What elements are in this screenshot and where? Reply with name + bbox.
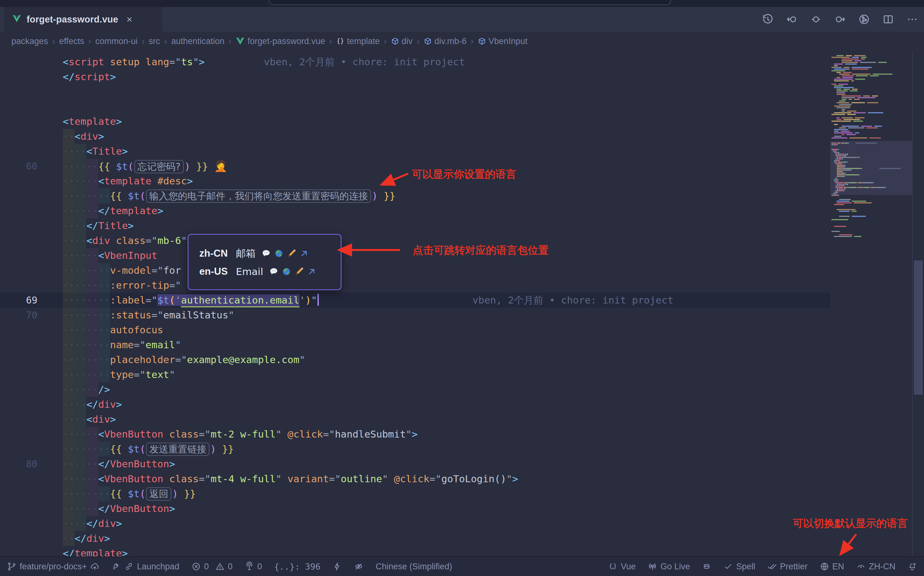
code-line[interactable]: ······<VbenButton class="mt-4 w-full" va… — [0, 472, 830, 486]
code-token: < — [98, 175, 104, 187]
jump-icon[interactable] — [299, 249, 309, 258]
code-token: = — [134, 339, 140, 350]
breadcrumb-item-common-ui[interactable]: common-ui — [95, 37, 138, 46]
code-token: " — [205, 473, 211, 485]
chevron-right-icon: › — [384, 37, 387, 46]
speech-balloon-icon[interactable] — [269, 267, 279, 276]
code-line[interactable]: ········placeholder="example@example.com… — [0, 352, 830, 367]
breadcrumb-item-packages[interactable]: packages — [11, 37, 48, 46]
prettier-status[interactable]: Prettier — [767, 562, 807, 571]
code-line[interactable]: ······<VbenButton class="mt-2 w-full" @c… — [0, 427, 830, 442]
breadcrumb-item-authentication[interactable]: authentication — [171, 37, 224, 46]
code-line[interactable]: ········{{ $t(输入您的电子邮件，我们将向您发送重置密码的连接) }… — [0, 189, 830, 203]
code-token: }} — [184, 488, 196, 499]
globe-emoji-icon[interactable] — [282, 267, 291, 276]
pencil-icon[interactable] — [295, 267, 304, 276]
code-token: " — [382, 473, 388, 485]
code-line[interactable]: 80······</VbenButton> — [0, 456, 830, 472]
ports-status[interactable]: 0 — [245, 562, 262, 571]
language-mode[interactable]: Chinese (Simplified) — [375, 562, 452, 571]
code-token: = — [169, 280, 175, 291]
nav-back-icon[interactable] — [786, 13, 798, 26]
visibility-toggle[interactable] — [354, 562, 364, 571]
breadcrumb-item-div-mb-6[interactable]: div.mb-6 — [424, 37, 467, 46]
git-graph-icon[interactable] — [858, 13, 870, 26]
breadcrumb-item-forget-password-vue[interactable]: forget-password.vue — [235, 37, 325, 46]
problems-errors[interactable]: 0 — [191, 562, 209, 571]
i18n-inline-annotation[interactable]: 输入您的电子邮件，我们将向您发送重置密码的连接 — [146, 189, 371, 203]
annotation-jump-hint: 点击可跳转对应的语言包位置 — [413, 243, 549, 258]
code-token: script — [69, 56, 104, 67]
code-line[interactable] — [0, 99, 830, 114]
code-editor[interactable]: <script setup lang="ts"> vben, 2个月前 • ch… — [0, 51, 924, 556]
breadcrumb-item-src[interactable]: src — [149, 37, 160, 46]
code-token: " — [157, 309, 163, 321]
tab-forget-password[interactable]: forget-password.vue × — [4, 7, 162, 32]
code-line[interactable]: ····<Title> — [0, 144, 830, 159]
code-line[interactable]: <template> — [0, 114, 830, 129]
code-line[interactable]: ········{{ $t(发送重置链接) }} — [0, 442, 830, 456]
breadcrumb-item-effects[interactable]: effects — [59, 37, 84, 46]
code-line[interactable]: <script setup lang="ts"> vben, 2个月前 • ch… — [0, 54, 830, 69]
copilot-status[interactable] — [702, 562, 711, 571]
launchpad-button[interactable]: Launchpad — [112, 562, 179, 571]
bolt-status[interactable] — [332, 562, 342, 571]
command-center-remnant — [269, 0, 671, 5]
jump-icon[interactable] — [307, 267, 317, 276]
code-token: > — [169, 503, 175, 514]
i18n-keys-count[interactable]: {..}: 396 — [274, 562, 320, 571]
code-line[interactable]: 70········:status="emailStatus" — [0, 308, 830, 323]
minimap[interactable] — [830, 51, 912, 556]
code-line[interactable]: ········type="text" — [0, 367, 830, 382]
nav-forward-icon[interactable] — [834, 13, 846, 26]
code-line[interactable]: ····<div> — [0, 412, 830, 427]
whitespace-dots: ········ — [63, 264, 110, 276]
code-line[interactable]: ······/> — [0, 382, 830, 397]
close-icon[interactable]: × — [127, 14, 133, 24]
vertical-scrollbar[interactable] — [914, 261, 923, 395]
code-line[interactable]: ··</div> — [0, 531, 830, 546]
code-line[interactable]: ····</Title> — [0, 218, 830, 233]
i18n-inline-annotation[interactable]: 忘记密码? — [135, 160, 184, 173]
pencil-icon[interactable] — [287, 249, 296, 258]
vue-language-server[interactable]: Vue — [608, 562, 636, 571]
code-line[interactable]: ········{{ $t(返回) }} — [0, 486, 830, 501]
split-editor-icon[interactable] — [882, 13, 894, 26]
code-line[interactable]: </script> — [0, 69, 830, 84]
history-icon[interactable] — [762, 13, 774, 26]
go-live-button[interactable]: Go Live — [648, 562, 690, 571]
code-token: " — [175, 339, 181, 350]
more-icon[interactable] — [906, 13, 918, 26]
breadcrumb-item-template[interactable]: template — [336, 37, 380, 46]
speech-balloon-icon[interactable] — [261, 249, 271, 258]
i18n-inline-annotation[interactable]: 发送重置链接 — [146, 443, 210, 456]
spell-checker[interactable]: Spell — [724, 562, 755, 571]
code-line[interactable]: ········v-model="for — [0, 263, 830, 278]
display-language-zh-cn[interactable]: ZH-CN — [856, 562, 895, 571]
code-line[interactable]: ··<div> — [0, 129, 830, 144]
code-line[interactable]: ······</VbenButton> — [0, 501, 830, 516]
circle-dash-icon[interactable] — [810, 13, 822, 26]
rocket-icon — [112, 562, 121, 571]
code-line[interactable]: ········:error-tip=" — [0, 278, 830, 293]
code-line[interactable]: ······</template> — [0, 203, 830, 218]
code-line[interactable]: ····</div> — [0, 397, 830, 412]
language-mode-label: Chinese (Simplified) — [375, 562, 452, 571]
notifications-bell[interactable] — [908, 562, 917, 571]
code-line[interactable]: ········name="email" — [0, 338, 830, 352]
code-line[interactable]: </template> — [0, 546, 830, 556]
minimap-viewport[interactable] — [830, 141, 912, 195]
annotation-switch-language: 可以切换默认显示的语言 — [793, 517, 908, 531]
git-branch-status[interactable]: feature/pro-docs+ — [7, 562, 99, 571]
breadcrumb-item-vbeninput[interactable]: VbenInput — [478, 37, 528, 46]
code-line[interactable]: 69········:label="$t('authentication.ema… — [0, 293, 830, 308]
code-line[interactable]: ····</div> — [0, 516, 830, 531]
code-token: > — [512, 473, 519, 485]
breadcrumb-item-div[interactable]: div — [391, 37, 413, 46]
code-line[interactable]: ········autofocus — [0, 323, 830, 338]
display-language-en[interactable]: EN — [820, 562, 844, 571]
code-line[interactable] — [0, 84, 830, 99]
globe-emoji-icon[interactable] — [274, 249, 283, 258]
i18n-inline-annotation[interactable]: 返回 — [146, 487, 171, 501]
problems-warnings[interactable]: 0 — [215, 562, 232, 571]
